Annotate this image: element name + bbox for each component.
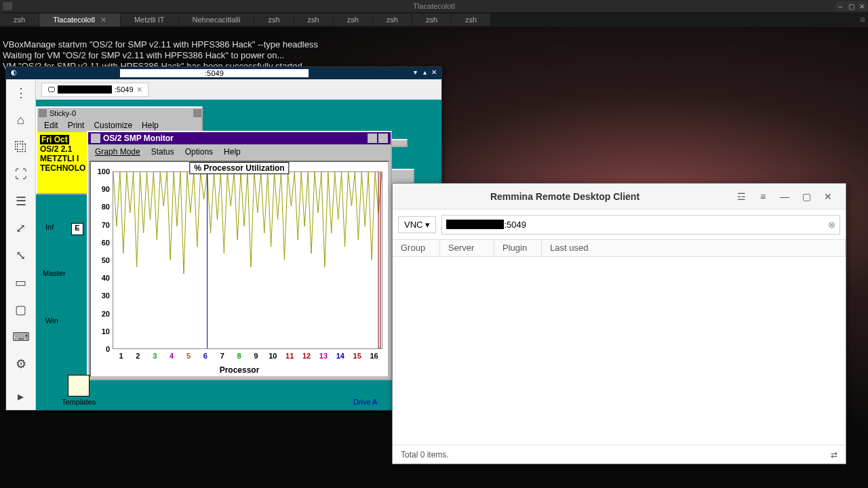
maximize-button[interactable]: ▢ xyxy=(846,1,856,11)
vnc-min-button[interactable]: ▾ xyxy=(410,68,420,78)
scale-icon[interactable]: ⤡ xyxy=(13,247,29,264)
menu-graph-mode[interactable]: Graph Mode xyxy=(90,146,146,158)
window-titlebar: Tlacatecolotl – ▢ ✕ xyxy=(0,0,868,12)
smp-monitor-window: OS/2 SMP Monitor Graph Mode Status Optio… xyxy=(87,131,392,380)
tab-tlacatecolotl[interactable]: Tlacatecolotl✕ xyxy=(39,14,120,26)
win-icon[interactable]: Win xyxy=(45,317,58,325)
smp-min-button[interactable] xyxy=(368,134,377,143)
vnc-close-button[interactable]: ✕ xyxy=(429,68,439,78)
maximize-button[interactable]: ▢ xyxy=(797,187,816,206)
y-axis: 100 90 80 70 60 50 40 30 20 10 0 xyxy=(91,171,111,349)
header-group[interactable]: Group xyxy=(393,240,440,256)
grab-icon[interactable]: ▭ xyxy=(13,274,29,291)
menu-help[interactable]: Help xyxy=(138,120,163,131)
chart-canvas xyxy=(113,171,382,349)
terminal-output: VBoxManage startvm "OS/2 for SMP v2.11 w… xyxy=(3,28,318,72)
chevron-down-icon: ▾ xyxy=(425,220,430,230)
vnc-viewer-window: ◐ :5049 ▾ ▴ ✕ ⋮ ⌂ ⿻ ⛶ ☰ ⤢ ⤡ ▭ ▢ ⌨ ⚙ ▸ 🖵 … xyxy=(5,66,442,411)
tab-zsh[interactable]: zsh xyxy=(0,14,39,26)
expand-icon[interactable]: ▸ xyxy=(13,388,29,405)
vnc-titlebar[interactable]: ◐ :5049 ▾ ▴ ✕ xyxy=(6,67,441,79)
tab-zsh-5[interactable]: zsh xyxy=(254,14,293,26)
tab-close-icon[interactable]: ✕ xyxy=(136,85,142,94)
minimize-button[interactable]: – xyxy=(835,1,845,11)
chart-title: % Processor Utilization xyxy=(189,162,289,174)
vnc-max-button[interactable]: ▴ xyxy=(420,68,429,78)
terminal-tabbar: zsh Tlacatecolotl✕ Metztli IT Nehnecacit… xyxy=(0,12,868,27)
clear-icon[interactable]: ⊗ xyxy=(828,220,835,230)
screenshot-icon[interactable]: ▢ xyxy=(13,302,29,318)
drive-a-icon[interactable]: Drive A xyxy=(353,384,377,406)
remmina-titlebar[interactable]: Remmina Remote Desktop Client ☲ ≡ — ▢ ✕ xyxy=(393,184,846,209)
smp-sysmenu-icon[interactable] xyxy=(91,134,100,143)
cpu-chart: % Processor Utilization 100 90 80 70 60 … xyxy=(90,161,389,378)
header-server[interactable]: Server xyxy=(440,240,494,256)
tab-zsh-9[interactable]: zsh xyxy=(412,14,451,26)
menu-customize[interactable]: Customize xyxy=(90,120,136,131)
remmina-window: Remmina Remote Desktop Client ☲ ≡ — ▢ ✕ … xyxy=(392,183,846,464)
server-address-input[interactable]: :5049 ⊗ xyxy=(441,215,840,235)
tab-zsh-8[interactable]: zsh xyxy=(373,14,412,26)
menu-options[interactable]: Options xyxy=(180,146,218,158)
menu-edit[interactable]: Edit xyxy=(40,120,62,131)
remmina-title-text: Remmina Remote Desktop Client xyxy=(401,191,729,202)
e-icon[interactable]: E xyxy=(71,223,83,235)
tab-zsh-6[interactable]: zsh xyxy=(294,14,333,26)
sticky-menubar: Edit Print Customize Help xyxy=(37,119,201,132)
header-plugin[interactable]: Plugin xyxy=(494,240,542,256)
fullscreen-icon[interactable]: ⤢ xyxy=(13,220,29,237)
connection-list-headers: Group Server Plugin Last used xyxy=(393,239,846,257)
vnc-sidebar-toolbar: ⋮ ⌂ ⿻ ⛶ ☰ ⤢ ⤡ ▭ ▢ ⌨ ⚙ ▸ xyxy=(6,79,36,410)
protocol-dropdown[interactable]: VNC ▾ xyxy=(398,216,436,233)
smp-max-button[interactable] xyxy=(378,134,388,143)
master-icon[interactable]: Master xyxy=(43,269,66,277)
smp-menubar: Graph Mode Status Options Help xyxy=(88,144,391,159)
copy-icon[interactable]: ⿻ xyxy=(13,139,29,155)
window-title: Tlacatecolotl xyxy=(413,2,455,10)
tab-menu-icon[interactable]: ≡ xyxy=(860,14,865,25)
fit-icon[interactable]: ⛶ xyxy=(13,166,29,182)
list-icon[interactable]: ☰ xyxy=(13,193,29,209)
redacted-host xyxy=(446,220,504,229)
tab-zsh-7[interactable]: zsh xyxy=(334,14,372,26)
redacted-host xyxy=(58,85,112,94)
minimize-button[interactable]: — xyxy=(775,187,794,206)
keyboard-icon[interactable]: ⌨ xyxy=(13,329,29,345)
vnc-spinner-icon: ◐ xyxy=(9,68,18,78)
close-button[interactable]: ✕ xyxy=(857,1,867,11)
header-last-used[interactable]: Last used xyxy=(542,240,846,256)
x-axis: 1234 5678 9101112 13141516 xyxy=(113,352,382,364)
remmina-statusbar: Total 0 items. ⇄ xyxy=(393,445,846,464)
tab-nehne[interactable]: Nehnecacitlalli xyxy=(179,14,254,26)
vnc-connection-tabs: 🖵 :5049 ✕ xyxy=(36,79,441,100)
connect-icon[interactable]: ⇄ xyxy=(831,450,837,460)
home-icon[interactable]: ⌂ xyxy=(13,112,29,128)
list-view-icon[interactable]: ☲ xyxy=(732,187,751,206)
menu-icon[interactable]: ⋮ xyxy=(13,85,29,101)
menu-status[interactable]: Status xyxy=(146,146,180,158)
sticky-menu-button[interactable] xyxy=(193,109,201,117)
vnc-title-text: :5049 xyxy=(120,69,309,77)
menu-help[interactable]: Help xyxy=(218,146,246,158)
x-axis-label: Processor xyxy=(91,365,388,375)
app-menu-icon[interactable] xyxy=(3,2,12,10)
tab-zsh-10[interactable]: zsh xyxy=(452,14,490,26)
templates-icon[interactable]: Templates xyxy=(62,375,96,406)
monitor-icon: 🖵 xyxy=(47,85,55,94)
sticky-titlebar[interactable]: Sticky-0 xyxy=(37,108,201,119)
close-button[interactable]: ✕ xyxy=(818,187,837,206)
gear-icon[interactable]: ⚙ xyxy=(13,356,29,372)
tab-close-icon[interactable]: ✕ xyxy=(100,16,106,24)
info-icon[interactable]: Inf xyxy=(45,223,54,231)
menu-print[interactable]: Print xyxy=(64,120,89,131)
smp-titlebar[interactable]: OS/2 SMP Monitor xyxy=(88,132,391,144)
menu-icon[interactable]: ≡ xyxy=(753,187,772,206)
tab-metztli[interactable]: Metztli IT xyxy=(121,14,178,26)
vnc-connection-tab[interactable]: 🖵 :5049 ✕ xyxy=(41,83,149,97)
os2-desktop[interactable]: Sticky-0 Edit Print Customize Help Fri O… xyxy=(36,100,441,410)
remmina-toolbar: VNC ▾ :5049 ⊗ xyxy=(393,209,846,239)
